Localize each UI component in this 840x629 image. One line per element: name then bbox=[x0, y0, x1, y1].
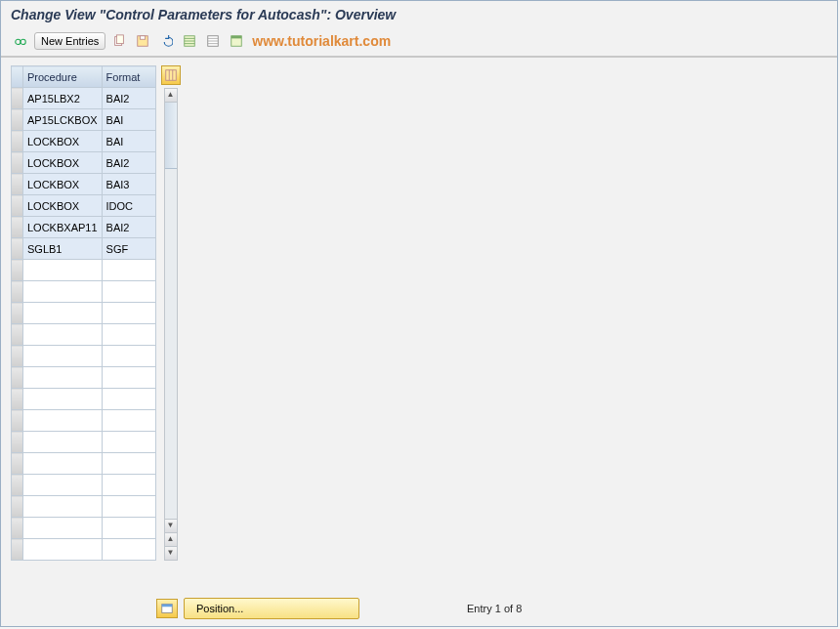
cell-procedure[interactable] bbox=[23, 410, 103, 432]
cell-format[interactable] bbox=[102, 324, 155, 346]
column-header-format[interactable]: Format bbox=[102, 66, 155, 88]
cell-procedure[interactable] bbox=[23, 281, 103, 303]
row-selector[interactable] bbox=[12, 539, 23, 561]
cell-format[interactable]: BAI2 bbox=[102, 152, 155, 174]
cell-format[interactable]: BAI bbox=[102, 131, 155, 152]
vertical-scrollbar[interactable]: ▲ ▼ ▲ ▼ bbox=[164, 88, 178, 561]
table-row[interactable]: SGLB1SGF bbox=[12, 238, 156, 260]
cell-format[interactable] bbox=[102, 346, 155, 367]
row-selector[interactable] bbox=[12, 453, 23, 475]
position-icon[interactable] bbox=[156, 599, 178, 618]
row-selector[interactable] bbox=[12, 281, 23, 303]
table-row[interactable] bbox=[12, 346, 156, 367]
cell-procedure[interactable]: AP15LCKBOX bbox=[23, 109, 103, 131]
row-selector[interactable] bbox=[12, 174, 23, 195]
cell-procedure[interactable] bbox=[23, 303, 103, 324]
cell-format[interactable] bbox=[102, 496, 155, 518]
row-selector[interactable] bbox=[12, 496, 23, 518]
cell-format[interactable] bbox=[102, 410, 155, 432]
table-row[interactable] bbox=[12, 496, 156, 518]
row-selector[interactable] bbox=[12, 389, 23, 410]
row-selector[interactable] bbox=[12, 260, 23, 281]
table-row[interactable]: LOCKBOXBAI3 bbox=[12, 174, 156, 195]
cell-procedure[interactable] bbox=[23, 453, 103, 475]
undo-icon[interactable] bbox=[156, 31, 176, 51]
cell-procedure[interactable]: AP15LBX2 bbox=[23, 88, 103, 109]
table-row[interactable] bbox=[12, 260, 156, 281]
scroll-down-icon[interactable]: ▼ bbox=[165, 546, 177, 560]
cell-format[interactable]: BAI3 bbox=[102, 174, 155, 195]
table-row[interactable] bbox=[12, 324, 156, 346]
new-entries-button[interactable]: New Entries bbox=[34, 32, 105, 50]
row-selector-header[interactable] bbox=[12, 66, 23, 88]
table-row[interactable]: AP15LBX2BAI2 bbox=[12, 88, 156, 109]
row-selector[interactable] bbox=[12, 367, 23, 389]
cell-procedure[interactable] bbox=[23, 432, 103, 453]
table-row[interactable]: LOCKBXAP11BAI2 bbox=[12, 217, 156, 238]
cell-procedure[interactable] bbox=[23, 475, 103, 496]
scroll-track[interactable] bbox=[165, 169, 177, 519]
table-row[interactable] bbox=[12, 389, 156, 410]
table-row[interactable] bbox=[12, 539, 156, 561]
cell-procedure[interactable] bbox=[23, 518, 103, 539]
cell-format[interactable] bbox=[102, 432, 155, 453]
cell-procedure[interactable]: LOCKBOX bbox=[23, 195, 103, 217]
cell-format[interactable]: IDOC bbox=[102, 195, 155, 217]
table-row[interactable] bbox=[12, 367, 156, 389]
position-button[interactable]: Position... bbox=[184, 598, 359, 619]
cell-format[interactable] bbox=[102, 281, 155, 303]
scroll-down-icon[interactable]: ▲ bbox=[165, 532, 177, 546]
cell-procedure[interactable]: LOCKBOX bbox=[23, 152, 103, 174]
parameters-table[interactable]: Procedure Format AP15LBX2BAI2AP15LCKBOXB… bbox=[11, 65, 156, 561]
row-selector[interactable] bbox=[12, 238, 23, 260]
row-selector[interactable] bbox=[12, 346, 23, 367]
cell-procedure[interactable]: LOCKBOX bbox=[23, 174, 103, 195]
cell-format[interactable] bbox=[102, 389, 155, 410]
row-selector[interactable] bbox=[12, 432, 23, 453]
cell-procedure[interactable]: LOCKBXAP11 bbox=[23, 217, 103, 238]
cell-procedure[interactable] bbox=[23, 260, 103, 281]
select-all-icon[interactable] bbox=[180, 31, 199, 51]
table-row[interactable] bbox=[12, 303, 156, 324]
cell-procedure[interactable]: SGLB1 bbox=[23, 238, 103, 260]
save-icon[interactable] bbox=[133, 31, 152, 51]
cell-format[interactable] bbox=[102, 367, 155, 389]
cell-format[interactable]: BAI2 bbox=[102, 88, 155, 109]
cell-procedure[interactable] bbox=[23, 324, 103, 346]
table-row[interactable] bbox=[12, 410, 156, 432]
row-selector[interactable] bbox=[12, 518, 23, 539]
table-row[interactable] bbox=[12, 281, 156, 303]
cell-format[interactable] bbox=[102, 303, 155, 324]
table-row[interactable]: LOCKBOXBAI bbox=[12, 131, 156, 152]
deselect-all-icon[interactable] bbox=[203, 31, 223, 51]
cell-format[interactable] bbox=[102, 475, 155, 496]
row-selector[interactable] bbox=[12, 303, 23, 324]
row-selector[interactable] bbox=[12, 152, 23, 174]
cell-procedure[interactable] bbox=[23, 389, 103, 410]
table-row[interactable] bbox=[12, 432, 156, 453]
table-settings-icon[interactable] bbox=[227, 31, 246, 51]
cell-format[interactable]: BAI bbox=[102, 109, 155, 131]
column-header-procedure[interactable]: Procedure bbox=[23, 66, 103, 88]
scroll-up-icon[interactable]: ▲ bbox=[165, 89, 177, 103]
cell-format[interactable] bbox=[102, 518, 155, 539]
table-row[interactable]: LOCKBOXBAI2 bbox=[12, 152, 156, 174]
cell-procedure[interactable] bbox=[23, 496, 103, 518]
cell-format[interactable] bbox=[102, 260, 155, 281]
cell-procedure[interactable] bbox=[23, 367, 103, 389]
scroll-down-icon[interactable]: ▼ bbox=[165, 519, 177, 532]
cell-format[interactable] bbox=[102, 539, 155, 561]
table-row[interactable] bbox=[12, 518, 156, 539]
row-selector[interactable] bbox=[12, 475, 23, 496]
table-row[interactable]: LOCKBOXIDOC bbox=[12, 195, 156, 217]
table-row[interactable]: AP15LCKBOXBAI bbox=[12, 109, 156, 131]
cell-procedure[interactable] bbox=[23, 539, 103, 561]
glasses-icon[interactable] bbox=[11, 31, 30, 51]
row-selector[interactable] bbox=[12, 324, 23, 346]
cell-format[interactable]: SGF bbox=[102, 238, 155, 260]
row-selector[interactable] bbox=[12, 410, 23, 432]
table-row[interactable] bbox=[12, 475, 156, 496]
table-row[interactable] bbox=[12, 453, 156, 475]
cell-procedure[interactable] bbox=[23, 346, 103, 367]
cell-format[interactable] bbox=[102, 453, 155, 475]
